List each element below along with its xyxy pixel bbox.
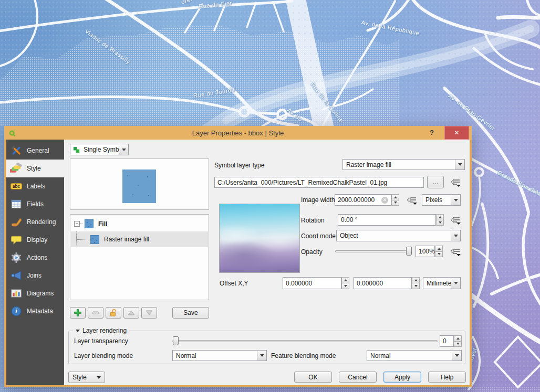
layer-rendering-header[interactable]: Layer rendering: [73, 327, 129, 334]
rotation-field[interactable]: 0.00 °: [338, 214, 436, 226]
offset-label: Offset X,Y: [220, 280, 248, 287]
symbol-layer-type-combo[interactable]: Raster image fill: [342, 159, 465, 170]
coord-mode-combo[interactable]: Object: [336, 230, 461, 241]
image-width-label: Image width: [301, 196, 335, 204]
ok-button[interactable]: OK: [294, 372, 332, 383]
move-layer-down-button[interactable]: [141, 307, 157, 319]
offset-y-spinner[interactable]: [412, 277, 420, 289]
chevron-down-icon: [119, 144, 128, 155]
help-icon[interactable]: ?: [424, 126, 439, 140]
image-width-spinner[interactable]: [391, 194, 399, 206]
coord-mode-label: Coord mode: [301, 232, 336, 240]
chevron-down-icon: [452, 351, 461, 361]
sidebar-item-diagrams[interactable]: Diagrams: [6, 284, 64, 302]
data-defined-override-button[interactable]: [448, 247, 463, 257]
opacity-label: Opacity: [301, 248, 323, 256]
image-width-unit-combo[interactable]: Pixels: [422, 194, 461, 206]
offset-x-field[interactable]: 0.000000: [283, 277, 341, 289]
rotation-label: Rotation: [301, 217, 325, 224]
street-label: Viaduc de Brassilly: [84, 28, 131, 65]
lock-layer-button[interactable]: [106, 307, 121, 319]
layer-rendering-group: Layer rendering Layer transparency 0 Lay…: [68, 331, 465, 364]
sidebar-item-rendering[interactable]: Rendering: [6, 213, 64, 231]
chevron-down-icon: [451, 230, 460, 241]
feature-blending-label: Feature blending mode: [271, 352, 336, 359]
symbol-preview-swatch: [122, 169, 156, 203]
opacity-slider[interactable]: [335, 250, 412, 252]
cancel-button[interactable]: Cancel: [339, 372, 377, 383]
expander-icon[interactable]: −: [74, 221, 80, 227]
tools-icon: [10, 145, 23, 156]
collapse-icon: [76, 330, 80, 332]
sidebar-item-fields[interactable]: Fields: [6, 195, 64, 213]
street-label: Av. de la République: [361, 19, 420, 36]
offset-y-field[interactable]: 0.000000: [354, 277, 412, 289]
chevron-down-icon: [451, 278, 460, 289]
street-label: Rue du Jourdil: [193, 87, 235, 99]
layer-blending-combo[interactable]: Normal: [172, 350, 267, 361]
remove-symbol-layer-button[interactable]: [88, 307, 103, 319]
help-button[interactable]: Help: [428, 372, 466, 383]
image-width-field[interactable]: 2000.000000 ✕: [335, 194, 391, 206]
layer-transparency-value[interactable]: 0: [440, 335, 454, 347]
chevron-down-icon: [97, 376, 101, 379]
close-icon[interactable]: ✕: [444, 126, 469, 140]
move-up-icon: [127, 309, 136, 316]
dialog-title: Layer Properties - bbox | Style: [4, 129, 472, 137]
feature-blending-combo[interactable]: Normal: [367, 350, 462, 361]
clear-icon[interactable]: ✕: [381, 197, 388, 204]
street-label: Av. du: [286, 107, 304, 122]
add-symbol-layer-button[interactable]: [70, 307, 86, 319]
data-defined-override-button[interactable]: [404, 195, 419, 206]
sidebar-item-joins[interactable]: Joins: [6, 267, 64, 284]
qgis-icon: [8, 129, 17, 137]
renderer-icon: [72, 146, 80, 154]
data-defined-override-button[interactable]: [448, 177, 463, 188]
layer-transparency-slider[interactable]: [172, 340, 438, 342]
style-icon: [10, 163, 23, 174]
rotation-spinner[interactable]: [436, 214, 444, 226]
symbol-layer-type-label: Symbol layer type: [214, 162, 264, 169]
style-menu-button[interactable]: Style: [68, 372, 105, 383]
sidebar-item-labels[interactable]: abc Labels: [6, 177, 64, 195]
browse-button[interactable]: ...: [427, 176, 444, 188]
chevron-down-icon: [455, 160, 464, 169]
offset-unit-combo[interactable]: Millimeter: [423, 277, 461, 289]
actions-icon: [10, 252, 23, 263]
data-defined-override-button[interactable]: [448, 215, 463, 226]
layer-blending-label: Layer blending mode: [74, 352, 133, 359]
sidebar-item-general[interactable]: General: [6, 142, 64, 160]
dialog-titlebar[interactable]: Layer Properties - bbox | Style ? ✕: [4, 126, 472, 140]
move-down-icon: [145, 309, 153, 316]
svg-text:abc: abc: [13, 184, 20, 189]
screen: orel Rue du Fier Av. de la République Vi…: [0, 0, 540, 392]
sidebar-item-actions[interactable]: Actions: [6, 249, 64, 267]
layer-transparency-spinner[interactable]: [454, 335, 462, 347]
apply-button[interactable]: Apply: [383, 372, 421, 383]
fill-thumbnail: [85, 219, 94, 228]
layer-properties-dialog: Layer Properties - bbox | Style ? ✕ Gene…: [4, 126, 472, 387]
plus-icon: [74, 309, 82, 317]
opacity-spinner[interactable]: [435, 246, 443, 257]
opacity-slider-handle[interactable]: [406, 247, 412, 256]
raster-image-preview: [219, 204, 300, 273]
tree-row-fill[interactable]: − Fill: [71, 216, 208, 231]
sidebar: General Style abc Labels: [6, 140, 64, 385]
rendering-icon: [10, 216, 23, 228]
opacity-value-field[interactable]: 100%: [416, 246, 435, 257]
street-label: Rue de la Colline: [309, 81, 345, 123]
sidebar-item-metadata[interactable]: i Metadata: [6, 302, 64, 320]
raster-fill-thumbnail: [90, 235, 99, 244]
tree-row-raster-image-fill[interactable]: Raster image fill: [71, 231, 208, 247]
offset-x-spinner[interactable]: [341, 277, 349, 289]
sidebar-item-display[interactable]: Display: [6, 231, 64, 249]
street-label: Rue du Fier: [198, 0, 232, 9]
chevron-down-icon: [257, 351, 266, 361]
save-symbol-button[interactable]: Save: [172, 307, 209, 319]
layer-transparency-handle[interactable]: [173, 336, 179, 345]
move-layer-up-button[interactable]: [123, 307, 139, 319]
image-path-field[interactable]: C:/Users/anita_000/Pictures/LT_RemixedCh…: [214, 177, 424, 188]
dialog-body: General Style abc Labels: [6, 140, 470, 385]
sidebar-item-style[interactable]: Style: [6, 160, 64, 177]
renderer-combo[interactable]: Single Symbol: [70, 144, 129, 155]
